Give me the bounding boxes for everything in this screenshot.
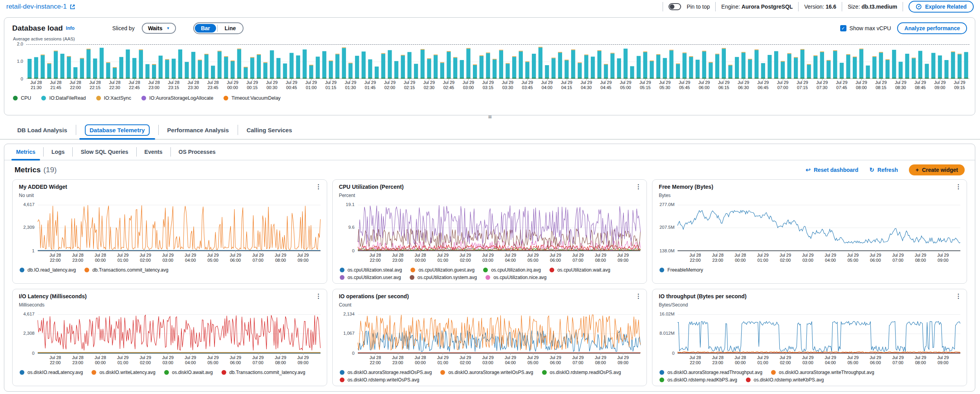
widget-unit-label: Milliseconds <box>19 302 321 308</box>
legend-item[interactable]: os.diskIO.rdstemp.readIOsPS.avg <box>542 370 621 375</box>
refresh-button[interactable]: ↻ Refresh <box>869 166 898 173</box>
widget-unit-label: Bytes/Second <box>659 302 960 308</box>
legend-item[interactable]: os.diskIO.auroraStorage.writeThroughput.… <box>771 370 874 375</box>
legend-item[interactable]: db.Transactions.commit_latency.avg <box>222 370 305 375</box>
legend-item[interactable]: os.cpuUtilization.wait.avg <box>550 267 610 273</box>
explore-icon <box>916 4 922 10</box>
widget-x-axis: Jul 2822:00Jul 2823:00Jul 2800:00Jul 290… <box>358 355 641 367</box>
legend-item[interactable]: os.diskIO.writeLatency.avg <box>92 370 156 375</box>
subtab-os-processes[interactable]: OS Processes <box>171 144 223 160</box>
x-axis-tick-mark <box>235 250 236 252</box>
x-axis-tick-label: Jul 2907:00 <box>252 355 264 365</box>
x-axis-tick-mark <box>303 353 304 355</box>
resize-handle[interactable]: = <box>0 114 980 120</box>
aas-plot-area[interactable]: 2.01.00 <box>26 44 969 79</box>
legend-item[interactable]: os.diskIO.rdstemp.readKbPS.avg <box>659 377 737 383</box>
x-axis-tick-mark <box>375 353 376 355</box>
tab-db-load-analysis[interactable]: DB Load Analysis <box>9 121 76 139</box>
legend-item[interactable]: os.diskIO.readLatency.avg <box>20 370 83 375</box>
widget-menu-icon[interactable]: ⋮ <box>635 292 641 300</box>
x-axis-tick-label: Jul 2822:00 <box>70 80 81 90</box>
legend-item[interactable]: os.cpuUtilization.nice.avg <box>485 275 546 280</box>
legend-item[interactable]: os.cpuUtilization.irq.avg <box>483 267 541 273</box>
widget-plot-area[interactable]: 4,6172,3080 <box>38 314 321 354</box>
legend-item[interactable]: os.cpuUtilization.system.avg <box>410 275 477 280</box>
series-line <box>358 315 641 350</box>
legend-item[interactable]: os.cpuUtilization.user.avg <box>340 275 401 280</box>
size-value: db.t3.medium <box>861 4 897 10</box>
x-axis-tick-label: Jul 2901:00 <box>117 253 128 263</box>
legend-item[interactable]: os.cpuUtilization.guest.avg <box>410 267 474 273</box>
legend-color-dot <box>410 275 414 280</box>
legend-item[interactable]: IO:XactSync <box>96 95 131 101</box>
legend-item[interactable]: Timeout:VacuumDelay <box>223 95 280 101</box>
legend-item[interactable]: os.diskIO.rdstemp.writeIOsPS.avg <box>340 377 419 383</box>
create-widget-button[interactable]: + Create widget <box>909 164 965 175</box>
x-axis-tick-mark <box>943 353 943 355</box>
x-axis-tick-label: Jul 2903:30 <box>502 80 513 90</box>
legend-item[interactable]: os.diskIO.rdstemp.writeKbPS.avg <box>746 377 824 383</box>
x-axis-tick-label: Jul 2822:00 <box>49 253 61 263</box>
legend-label: os.diskIO.writeLatency.avg <box>99 370 156 375</box>
line-toggle-option[interactable]: Line <box>219 24 242 33</box>
tab-performance-analysis[interactable]: Performance Analysis <box>159 121 238 139</box>
subtab-events[interactable]: Events <box>137 144 170 160</box>
legend-label: IO:XactSync <box>104 95 131 101</box>
legend-item[interactable]: db.IO.read_latency.avg <box>20 267 76 273</box>
legend-label: os.diskIO.rdstemp.writeIOsPS.avg <box>348 377 419 383</box>
legend-item[interactable]: IO:DataFileRead <box>41 95 86 101</box>
x-axis-tick-mark <box>578 250 578 252</box>
x-axis-tick-mark <box>398 353 398 355</box>
bar-toggle-option[interactable]: Bar <box>195 24 216 33</box>
x-axis-tick-label: Jul 2909:00 <box>617 355 628 365</box>
sliced-by-select[interactable]: Waits ▼ <box>142 23 176 34</box>
y-axis-tick-label: 277.0M <box>659 202 674 207</box>
widget-plot-area[interactable]: 4,6172,3091 <box>38 205 321 251</box>
tab-database-telemetry[interactable]: Database Telemetry <box>76 121 158 139</box>
legend-label: db.IO.read_latency.avg <box>27 267 76 273</box>
widget-plot-area[interactable]: 16.02M8.012M0 <box>678 314 960 354</box>
show-max-vcpu-checkbox[interactable]: ✓ <box>840 25 846 31</box>
widget-menu-icon[interactable]: ⋮ <box>955 183 962 190</box>
x-axis-tick-label: Jul 2902:00 <box>139 355 151 365</box>
instance-title-link[interactable]: retail-dev-instance-1 <box>6 3 75 11</box>
x-axis-tick-label: Jul 2901:45 <box>365 80 376 90</box>
pin-to-top-toggle[interactable] <box>669 3 681 10</box>
info-link[interactable]: Info <box>66 26 75 31</box>
x-axis-tick-label: Jul 2907:00 <box>252 253 264 263</box>
x-axis-tick-mark <box>785 353 786 355</box>
subtab-metrics[interactable]: Metrics <box>8 144 43 160</box>
widget-plot-area[interactable]: 277.0M207.5M138.0M <box>678 205 960 251</box>
widget-plot-area[interactable]: 2,1341,0670 <box>358 314 641 354</box>
legend-item[interactable]: db.Transactions.commit_latency.avg <box>84 267 168 273</box>
reset-dashboard-button[interactable]: ↩ Reset dashboard <box>806 166 858 173</box>
legend-item[interactable]: CPU <box>13 95 31 101</box>
subtab-slow-sql-queries[interactable]: Slow SQL Queries <box>73 144 136 160</box>
metrics-grid: My ADDED Widget ⋮ No unit 4,6172,3091 Ju… <box>4 179 975 391</box>
widget-menu-icon[interactable]: ⋮ <box>315 183 322 190</box>
x-axis-tick-label: Jul 2823:00 <box>392 355 403 365</box>
y-axis-tick-label: 0 <box>672 351 674 356</box>
legend-item[interactable]: os.diskIO.auroraStorage.readThroughput.a… <box>659 370 762 375</box>
widget-plot-area[interactable]: 19.19.60 <box>358 205 641 251</box>
widget-menu-icon[interactable]: ⋮ <box>635 183 641 190</box>
x-axis-tick-mark <box>830 250 831 252</box>
legend-item[interactable]: os.diskIO.auroraStorage.writeIOsPS.avg <box>440 370 533 375</box>
x-axis-tick-mark <box>898 353 898 355</box>
legend-item[interactable]: FreeableMemory <box>659 267 703 273</box>
subtab-logs[interactable]: Logs <box>44 144 72 160</box>
x-axis-tick-label: Jul 2900:30 <box>266 80 278 90</box>
analyze-performance-button[interactable]: Analyze performance <box>897 22 967 34</box>
divider <box>842 2 842 11</box>
legend-item[interactable]: os.cpuUtilization.steal.avg <box>340 267 402 273</box>
widget-menu-icon[interactable]: ⋮ <box>955 292 962 300</box>
x-axis-tick-label: Jul 2800:00 <box>414 253 426 263</box>
legend-item[interactable]: os.diskIO.await.avg <box>164 370 213 375</box>
legend-item[interactable]: os.diskIO.auroraStorage.readIOsPS.avg <box>340 370 432 375</box>
tab-calling-services[interactable]: Calling Services <box>238 121 301 139</box>
legend-color-dot <box>340 275 344 280</box>
widget-menu-icon[interactable]: ⋮ <box>315 292 322 300</box>
legend-item[interactable]: IO:AuroraStorageLogAllocate <box>141 95 213 101</box>
explore-related-button[interactable]: Explore Related <box>909 1 974 13</box>
legend-label: os.diskIO.auroraStorage.writeThroughput.… <box>779 370 874 375</box>
